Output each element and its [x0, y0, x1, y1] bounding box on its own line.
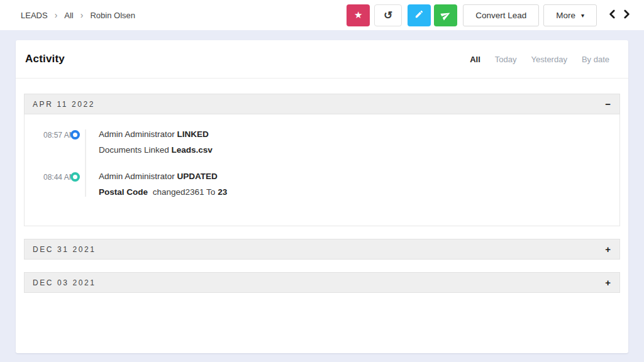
filter-all[interactable]: All — [470, 55, 480, 64]
entry-detail: Postal Code changed2361 To 23 — [99, 187, 227, 197]
more-button[interactable]: More ▾ — [543, 4, 597, 26]
stream-entry: 08:57 AM Admin Administrator LINKED Docu… — [43, 129, 619, 155]
filter-by-date[interactable]: By date — [582, 55, 609, 64]
section-header-dec-03-2021[interactable]: DEC 03 2021 + — [24, 272, 620, 293]
activity-section: DEC 03 2021 + — [24, 272, 620, 293]
breadcrumb: LEADS › All › Robin Olsen — [21, 11, 135, 20]
activity-filters: All Today Yesterday By date — [455, 55, 609, 64]
chevron-right-separator-icon: › — [55, 11, 58, 19]
breadcrumb-leads[interactable]: LEADS — [21, 11, 48, 20]
star-icon: ★ — [354, 9, 362, 21]
activity-panel-header: Activity All Today Yesterday By date — [16, 40, 628, 79]
entry-actor[interactable]: Admin Administrator — [99, 172, 177, 181]
history-icon: ↺ — [384, 9, 392, 22]
stream-dot-icon — [70, 172, 80, 182]
chevron-right-icon — [624, 9, 631, 21]
breadcrumb-all[interactable]: All — [64, 11, 73, 20]
entry-actor[interactable]: Admin Administrator — [99, 129, 177, 139]
stream-entry: 08:44 AM Admin Administrator UPDATED Pos… — [43, 172, 619, 197]
convert-lead-button[interactable]: Convert Lead — [463, 4, 539, 26]
expand-icon[interactable]: + — [605, 278, 611, 287]
send-button[interactable] — [434, 4, 457, 26]
activity-section: DEC 31 2021 + — [24, 239, 620, 260]
collapse-icon[interactable]: − — [605, 99, 611, 109]
entry-detail-text: changed2361 To — [150, 187, 218, 197]
entry-detail-text: Documents Linked — [99, 145, 172, 155]
entry-field-name: Postal Code — [99, 187, 148, 197]
pencil-icon — [414, 9, 424, 21]
edit-button[interactable] — [408, 4, 431, 26]
next-record-button[interactable] — [619, 7, 635, 23]
entry-time: 08:57 AM — [43, 129, 73, 140]
expand-icon[interactable]: + — [605, 244, 611, 254]
section-content: 08:57 AM Admin Administrator LINKED Docu… — [24, 114, 620, 226]
chevron-right-separator-icon: › — [80, 11, 84, 19]
chevron-down-icon: ▾ — [581, 12, 584, 19]
entry-text: Admin Administrator LINKED Documents Lin… — [99, 129, 213, 155]
section-date-label: DEC 31 2021 — [33, 245, 96, 254]
section-date-label: DEC 03 2021 — [33, 278, 96, 287]
section-date-label: APR 11 2022 — [33, 100, 95, 109]
entry-time: 08:44 AM — [43, 172, 73, 182]
more-button-label: More — [556, 11, 575, 20]
chevron-left-icon — [608, 9, 615, 21]
section-header-dec-31-2021[interactable]: DEC 31 2021 + — [24, 239, 620, 260]
activity-section: APR 11 2022 − 08:57 AM Admin Administrat… — [24, 94, 620, 226]
entry-title: Admin Administrator UPDATED — [99, 172, 227, 181]
section-header-apr-11-2022[interactable]: APR 11 2022 − — [24, 94, 620, 114]
entry-action: LINKED — [177, 129, 209, 139]
entry-detail-link[interactable]: Leads.csv — [172, 145, 213, 155]
activity-panel: Activity All Today Yesterday By date APR… — [16, 40, 628, 353]
entry-action: UPDATED — [177, 172, 218, 181]
filter-yesterday[interactable]: Yesterday — [531, 55, 567, 64]
paper-plane-icon — [439, 8, 453, 22]
entry-new-value: 23 — [218, 187, 227, 197]
top-bar: LEADS › All › Robin Olsen ★ ↺ Convert Le… — [0, 0, 644, 30]
history-button[interactable]: ↺ — [374, 4, 402, 26]
breadcrumb-record-name: Robin Olsen — [90, 11, 135, 20]
entry-detail: Documents Linked Leads.csv — [99, 145, 213, 155]
previous-record-button[interactable] — [604, 7, 619, 23]
entry-title: Admin Administrator LINKED — [99, 129, 213, 139]
panel-title: Activity — [25, 53, 65, 65]
filter-today[interactable]: Today — [495, 55, 517, 64]
toolbar: ★ ↺ Convert Lead More ▾ — [347, 4, 635, 26]
stream-dot-icon — [70, 130, 80, 140]
activity-panel-body: APR 11 2022 − 08:57 AM Admin Administrat… — [16, 79, 628, 293]
follow-button[interactable]: ★ — [347, 4, 370, 26]
entry-text: Admin Administrator UPDATED Postal Code … — [99, 172, 227, 197]
